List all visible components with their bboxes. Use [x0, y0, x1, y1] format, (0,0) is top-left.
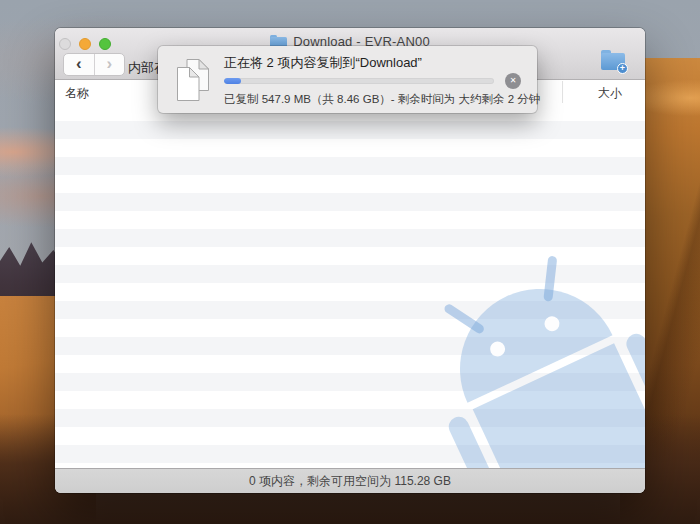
back-button[interactable]: ‹	[64, 54, 95, 75]
column-header-size[interactable]: 大小	[598, 85, 622, 102]
column-header-name[interactable]: 名称	[65, 85, 89, 102]
progress-bar	[224, 78, 494, 84]
new-folder-button[interactable]: +	[601, 50, 625, 71]
desktop-screen: Download - EVR-AN00 ‹ › 内部存储 + 名称 大小	[0, 0, 700, 524]
nav-buttons: ‹ ›	[63, 53, 125, 76]
android-watermark-icon	[55, 103, 645, 468]
status-bar: 0 项内容，剩余可用空间为 115.28 GB	[55, 468, 645, 493]
files-stack-icon	[174, 58, 212, 102]
copy-dialog-title: 正在将 2 项内容复制到“Download”	[224, 54, 422, 72]
copy-progress-dialog: 正在将 2 项内容复制到“Download” ✕ 已复制 547.9 MB（共 …	[158, 46, 537, 113]
forward-button[interactable]: ›	[95, 54, 125, 75]
cancel-copy-button[interactable]: ✕	[505, 73, 521, 89]
plus-badge-icon: +	[617, 63, 628, 74]
column-separator[interactable]	[562, 81, 563, 103]
progress-fill	[224, 78, 241, 84]
file-list-area[interactable]	[55, 103, 645, 468]
status-text: 0 项内容，剩余可用空间为 115.28 GB	[249, 473, 451, 490]
copy-dialog-detail: 已复制 547.9 MB（共 8.46 GB）- 剩余时间为 大约剩余 2 分钟	[224, 92, 540, 107]
